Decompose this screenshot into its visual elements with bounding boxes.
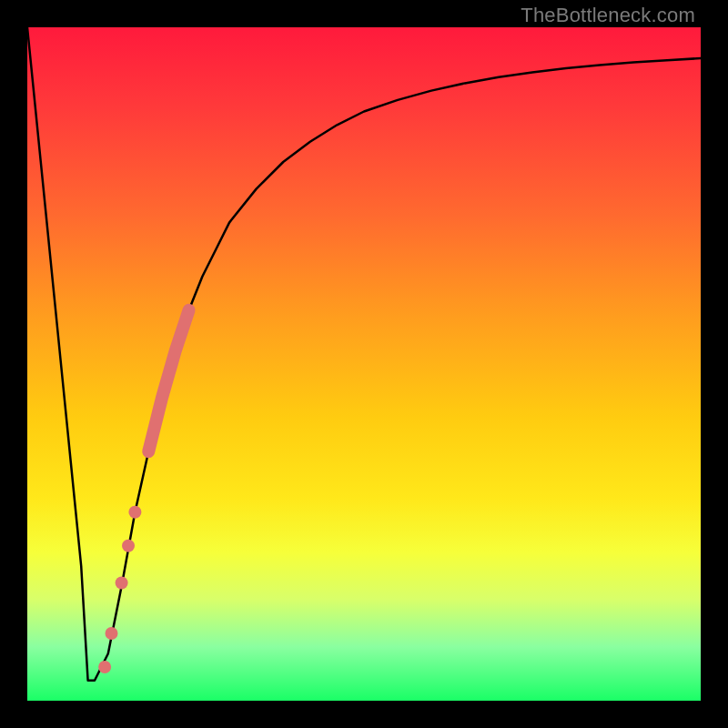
bottleneck-curve — [27, 27, 701, 681]
curve-dot — [106, 627, 118, 640]
curve-svg — [27, 27, 701, 701]
curve-dot — [98, 661, 111, 673]
plot-area — [27, 27, 701, 701]
chart-frame: TheBottleneck.com — [0, 0, 728, 728]
curve-dot — [122, 540, 135, 552]
curve-dot — [116, 577, 128, 590]
watermark-text: TheBottleneck.com — [521, 4, 695, 27]
curve-highlight-segment — [148, 310, 188, 451]
curve-dot — [128, 506, 141, 519]
